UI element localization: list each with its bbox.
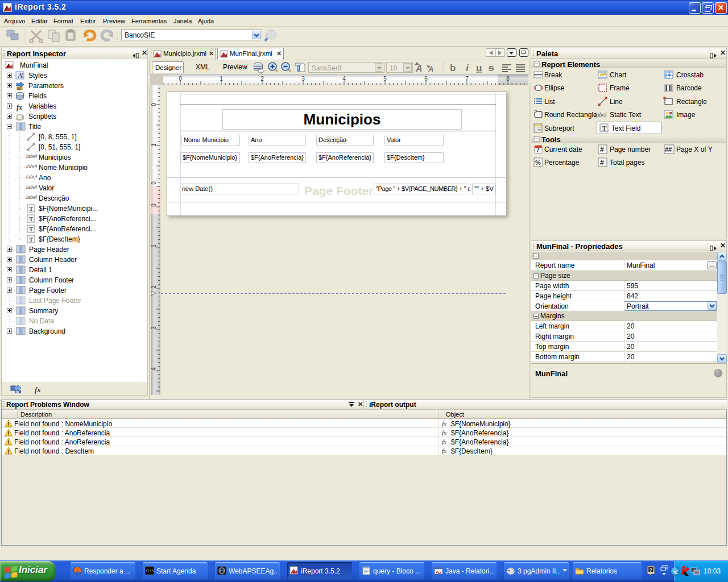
svg-text:A: A bbox=[415, 64, 423, 73]
svg-text:##: ## bbox=[665, 146, 672, 153]
svg-text:5: 5 bbox=[383, 76, 387, 82]
svg-text:fx: fx bbox=[35, 385, 41, 394]
svg-text:IN: IN bbox=[16, 390, 19, 394]
svg-text:T: T bbox=[602, 124, 607, 132]
svg-text:C:\: C:\ bbox=[146, 568, 154, 573]
svg-text:%: % bbox=[535, 159, 541, 166]
svg-text:7: 7 bbox=[465, 76, 469, 82]
svg-text:2: 2 bbox=[260, 76, 264, 82]
svg-text:8: 8 bbox=[506, 76, 510, 82]
svg-text:#: # bbox=[600, 159, 604, 167]
svg-text:b: b bbox=[450, 63, 456, 73]
svg-text:#: # bbox=[600, 146, 604, 153]
svg-text:6: 6 bbox=[424, 76, 428, 82]
svg-text:u: u bbox=[476, 63, 482, 73]
svg-text:7: 7 bbox=[536, 147, 540, 153]
svg-text:1: 1 bbox=[220, 76, 223, 82]
svg-text:4: 4 bbox=[342, 76, 346, 82]
svg-text:?: ? bbox=[650, 567, 653, 573]
svg-text:3: 3 bbox=[301, 76, 305, 82]
svg-text:0: 0 bbox=[179, 76, 182, 82]
svg-text:i: i bbox=[466, 63, 469, 73]
svg-text:s: s bbox=[489, 63, 494, 73]
